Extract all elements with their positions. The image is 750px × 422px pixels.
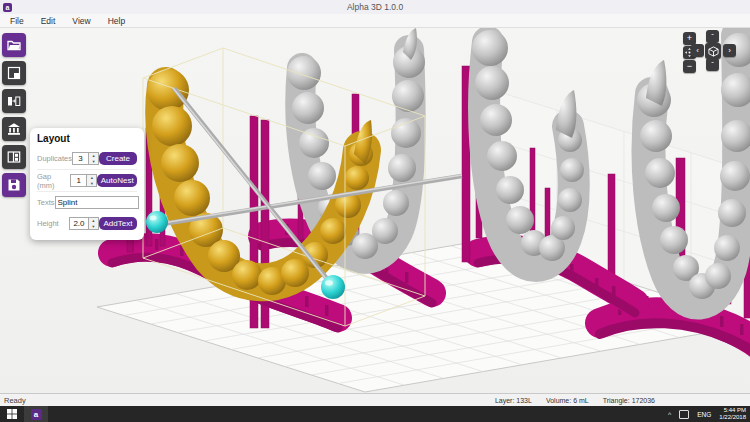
open-file-button[interactable] <box>2 33 26 57</box>
gap-row: Gap (mm) 1 ▴▾ AutoNest <box>37 170 137 192</box>
taskbar: a ^ ENG 5:44 PM 1/22/2018 <box>0 406 750 422</box>
rotate-right-button[interactable]: › <box>723 44 736 57</box>
clock-date: 1/22/2018 <box>719 414 746 421</box>
duplicates-stepper[interactable]: 3 ▴▾ <box>72 152 99 165</box>
chevron-left-icon: ‹ <box>696 44 699 57</box>
texts-row: Texts <box>37 192 137 213</box>
rotate-down-button[interactable]: ˇ <box>706 58 719 71</box>
mirror-duplicate-button[interactable] <box>2 89 26 113</box>
alpha3d-app-icon: a <box>31 409 42 420</box>
menu-view[interactable]: View <box>72 16 90 26</box>
menu-edit[interactable]: Edit <box>41 16 56 26</box>
taskbar-app-alpha3d[interactable]: a <box>24 406 48 422</box>
status-volume: Volume: 6 mL <box>546 397 589 404</box>
toolbar-left <box>2 33 26 197</box>
spinner-down-icon[interactable]: ▾ <box>89 224 98 230</box>
chevron-up-icon: ˆ <box>711 30 714 43</box>
windows-logo-icon <box>7 409 17 419</box>
support-platform-icon <box>7 122 21 136</box>
handle-sphere-left[interactable] <box>146 211 168 233</box>
gap-label: Gap (mm) <box>37 172 70 190</box>
save-icon <box>7 178 21 192</box>
menu-bar: File Edit View Help <box>0 14 750 28</box>
height-row: Height 2.0 ▴▾ AddText <box>37 213 137 234</box>
mirror-icon <box>7 94 21 108</box>
clock[interactable]: 5:44 PM 1/22/2018 <box>719 407 746 421</box>
system-tray: ^ ENG 5:44 PM 1/22/2018 <box>668 406 746 422</box>
rotate-up-button[interactable]: ˆ <box>706 30 719 43</box>
status-bar: Ready Layer: 133L Volume: 6 mL Triangle:… <box>0 393 750 406</box>
scale-model-button[interactable] <box>2 61 26 85</box>
layout-panel-title: Layout <box>37 133 137 144</box>
generate-support-button[interactable] <box>2 117 26 141</box>
duplicates-row: Duplicates 3 ▴▾ Create <box>37 148 137 170</box>
layout-icon <box>7 150 21 164</box>
window-title: Alpha 3D 1.0.0 <box>0 2 750 12</box>
status-layer: Layer: 133L <box>495 397 532 404</box>
texts-input[interactable] <box>55 196 139 209</box>
title-bar: a Alpha 3D 1.0.0 <box>0 0 750 15</box>
layout-panel: Layout Duplicates 3 ▴▾ Create Gap (mm) 1… <box>30 128 144 240</box>
layout-tools-button[interactable] <box>2 145 26 169</box>
chevron-down-icon: ˇ <box>711 58 714 71</box>
tray-expand-button[interactable]: ^ <box>668 411 671 418</box>
start-button[interactable] <box>0 406 24 422</box>
save-file-button[interactable] <box>2 173 26 197</box>
chevron-right-icon: › <box>728 44 731 57</box>
notification-icon[interactable] <box>679 410 689 419</box>
language-indicator[interactable]: ENG <box>697 411 711 418</box>
menu-file[interactable]: File <box>10 16 24 26</box>
handle-sphere-right[interactable] <box>321 275 345 299</box>
height-stepper[interactable]: 2.0 ▴▾ <box>69 217 99 230</box>
scale-icon <box>7 66 21 80</box>
open-folder-icon <box>7 38 21 52</box>
zoom-out-button[interactable]: − <box>683 60 696 73</box>
app-window: a Alpha 3D 1.0.0 File Edit View Help <box>0 0 750 422</box>
status-ready: Ready <box>4 396 26 405</box>
autonest-button[interactable]: AutoNest <box>97 174 137 187</box>
menu-help[interactable]: Help <box>108 16 125 26</box>
viewport-3d[interactable]: Layout Duplicates 3 ▴▾ Create Gap (mm) 1… <box>0 28 750 393</box>
duplicates-label: Duplicates <box>37 154 72 163</box>
status-triangle: Triangle: 172036 <box>603 397 655 404</box>
gap-stepper[interactable]: 1 ▴▾ <box>70 174 97 187</box>
rotate-left-button[interactable]: ‹ <box>691 44 704 57</box>
spinner-down-icon[interactable]: ▾ <box>87 181 96 187</box>
home-view-button[interactable] <box>705 43 721 59</box>
texts-label: Texts <box>37 198 55 207</box>
cube-icon <box>708 46 719 57</box>
create-button[interactable]: Create <box>99 152 137 165</box>
spinner-down-icon[interactable]: ▾ <box>89 159 98 165</box>
height-label: Height <box>37 219 69 228</box>
addtext-button[interactable]: AddText <box>99 217 137 230</box>
clock-time: 5:44 PM <box>719 407 746 414</box>
